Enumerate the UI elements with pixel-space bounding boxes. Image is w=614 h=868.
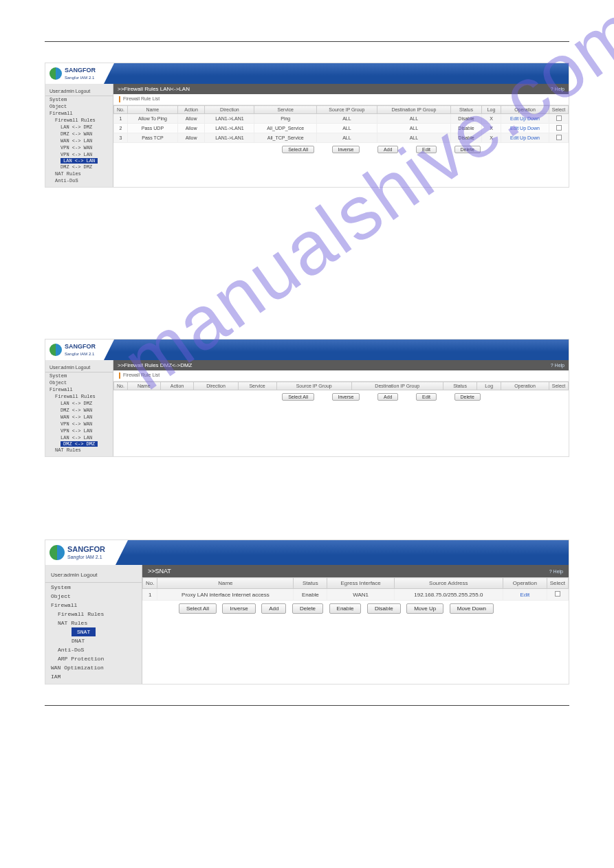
nav-iam[interactable]: IAM — [45, 672, 142, 681]
panel-dmz-dmz: SANGFORSangfor IAM 2.1 User:admin Logout… — [45, 339, 569, 457]
nav-dmz-dmz[interactable]: DMZ <-> DMZ — [45, 164, 113, 170]
help-link[interactable]: ? Help — [551, 363, 564, 368]
nav-firewall[interactable]: Firewall — [45, 386, 113, 393]
down-link[interactable]: Down — [527, 126, 540, 131]
nav-lan-dmz[interactable]: LAN <-> DMZ — [45, 400, 113, 407]
nav-dmz-wan[interactable]: DMZ <-> WAN — [45, 407, 113, 414]
edit-link[interactable]: Edit — [510, 116, 518, 121]
add-button[interactable]: Add — [377, 393, 398, 401]
delete-button[interactable]: Delete — [292, 603, 323, 614]
select-all-button[interactable]: Select All — [282, 393, 314, 401]
nav-lan-lan-active[interactable]: LAN <-> LAN — [61, 158, 98, 164]
rules-table: No. Name Action Direction Service Source… — [113, 381, 569, 390]
nav-vpn-lan[interactable]: VPN <-> LAN — [45, 427, 113, 434]
nav-wan-lan[interactable]: WAN <-> LAN — [45, 137, 113, 144]
up-link[interactable]: Up — [520, 135, 526, 140]
logo-icon — [50, 545, 65, 560]
nav-wan-opt[interactable]: WAN Optimization — [45, 663, 142, 672]
nav-firewall[interactable]: Firewall — [45, 601, 142, 610]
col-name: Name — [128, 106, 178, 114]
nav-firewall-rules[interactable]: Firewall Rules — [45, 117, 113, 124]
row-checkbox[interactable] — [556, 135, 562, 140]
rules-table: No. Name Action Direction Service Source… — [113, 105, 569, 143]
col-service: Service — [254, 106, 316, 114]
nav-firewall-rules[interactable]: Firewall Rules — [45, 393, 113, 400]
nav-nat-rules[interactable]: NAT Rules — [45, 170, 113, 177]
sidebar: User:admin Logout System Object Firewall… — [45, 565, 142, 684]
nav-dnat[interactable]: DNAT — [45, 636, 142, 645]
delete-button[interactable]: Delete — [454, 146, 481, 153]
nav-dmz-wan[interactable]: DMZ <-> WAN — [45, 131, 113, 137]
down-link[interactable]: Down — [527, 135, 540, 140]
col-op: Operation — [501, 106, 549, 114]
nav-wan-lan[interactable]: WAN <-> LAN — [45, 414, 113, 421]
disable-button[interactable]: Disable — [367, 603, 401, 614]
edit-link[interactable]: Edit — [510, 126, 518, 131]
breadcrumb: >>Firewall Rules LAN<->LAN ? Help — [113, 84, 569, 94]
edit-button[interactable]: Edit — [416, 146, 437, 153]
delete-button[interactable]: Delete — [454, 393, 481, 401]
select-all-button[interactable]: Select All — [179, 603, 217, 614]
nav-nat-rules[interactable]: NAT Rules — [45, 619, 142, 627]
add-button[interactable]: Add — [261, 603, 286, 614]
nav-nat-rules[interactable]: NAT Rules — [45, 447, 113, 454]
nav-system[interactable]: System — [45, 96, 113, 103]
op-cell: Edit Up Down — [501, 114, 549, 124]
up-link[interactable]: Up — [520, 116, 526, 121]
panel-lan-lan: SANGFORSangfor IAM 2.1 User:admin Logout… — [45, 63, 569, 188]
user-bar[interactable]: User:admin Logout — [45, 87, 113, 96]
main-content: >>Firewall Rules DMZ<->DMZ ? Help Firewa… — [113, 360, 569, 456]
moveup-button[interactable]: Move Up — [406, 603, 443, 614]
nav-lan-dmz[interactable]: LAN <-> DMZ — [45, 124, 113, 131]
edit-link[interactable]: Edit — [520, 592, 529, 598]
help-link[interactable]: ? Help — [549, 569, 563, 574]
nav-dmz-dmz-active[interactable]: DMZ <-> DMZ — [61, 441, 98, 447]
brand: SANGFORSangfor IAM 2.1 — [45, 63, 114, 84]
edit-button[interactable]: Edit — [416, 393, 437, 401]
row-checkbox[interactable] — [555, 591, 560, 597]
col-action: Action — [177, 106, 204, 114]
nav-object[interactable]: Object — [45, 103, 113, 110]
nav-snat-active[interactable]: SNAT — [72, 627, 96, 636]
inverse-button[interactable]: Inverse — [332, 393, 360, 401]
nav-arp[interactable]: ARP Protection — [45, 654, 142, 663]
inverse-button[interactable]: Inverse — [332, 146, 360, 153]
help-icon: ? — [549, 569, 552, 574]
nav-vpn-wan[interactable]: VPN <-> WAN — [45, 421, 113, 427]
sidebar: User:admin Logout System Object Firewall… — [45, 360, 113, 456]
nav-object[interactable]: Object — [45, 592, 142, 601]
row-checkbox[interactable] — [556, 115, 562, 121]
col-direction: Direction — [205, 106, 254, 114]
breadcrumb-title: >>Firewall Rules DMZ<->DMZ — [118, 362, 192, 368]
brand: SANGFORSangfor IAM 2.1 — [45, 540, 128, 565]
nav-firewall-rules[interactable]: Firewall Rules — [45, 610, 142, 619]
nav-object[interactable]: Object — [45, 379, 113, 386]
breadcrumb: >>Firewall Rules DMZ<->DMZ ? Help — [113, 360, 569, 370]
user-bar[interactable]: User:admin Logout — [45, 363, 113, 372]
nav-vpn-wan[interactable]: VPN <-> WAN — [45, 144, 113, 151]
add-button[interactable]: Add — [377, 146, 398, 153]
edit-link[interactable]: Edit — [510, 135, 518, 140]
main-content: >>Firewall Rules LAN<->LAN ? Help Firewa… — [113, 84, 569, 187]
nav-lan-lan[interactable]: LAN <-> LAN — [45, 434, 113, 441]
down-link[interactable]: Down — [527, 116, 540, 121]
select-all-button[interactable]: Select All — [282, 146, 314, 153]
inverse-button[interactable]: Inverse — [222, 603, 255, 614]
help-icon: ? — [551, 87, 553, 91]
row-checkbox[interactable] — [556, 125, 562, 131]
nav-system[interactable]: System — [45, 372, 113, 379]
brand-sub: Sangfor IAM 2.1 — [65, 76, 94, 80]
breadcrumb-title: >>Firewall Rules LAN<->LAN — [118, 86, 190, 92]
enable-button[interactable]: Enable — [329, 603, 362, 614]
help-link[interactable]: ? Help — [551, 87, 564, 91]
up-link[interactable]: Up — [520, 126, 526, 131]
movedown-button[interactable]: Move Down — [450, 603, 494, 614]
nav-firewall[interactable]: Firewall — [45, 110, 113, 117]
button-row: Select All Inverse Add Edit Delete — [113, 143, 569, 156]
nav-system[interactable]: System — [45, 583, 142, 592]
nav-vpn-lan[interactable]: VPN <-> LAN — [45, 151, 113, 158]
col-no: No. — [114, 106, 128, 114]
nav-anti-dos[interactable]: Anti-DoS — [45, 645, 142, 654]
nav-anti-dos[interactable]: Anti-DoS — [45, 177, 113, 184]
user-bar[interactable]: User:admin Logout — [45, 568, 142, 583]
